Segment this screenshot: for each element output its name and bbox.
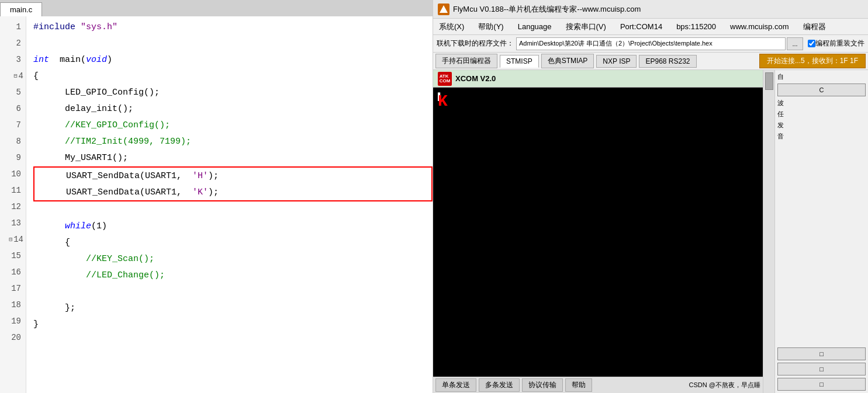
flymcu-icon xyxy=(438,4,449,15)
line-num-18: 18 xyxy=(0,297,26,313)
code-line-13: while (1) xyxy=(33,218,433,234)
bottom-tab-multi[interactable]: 多条发送 xyxy=(479,378,520,392)
line-num-17: 17 xyxy=(0,280,26,297)
ftab-stmiap[interactable]: 色典STMIAP xyxy=(541,54,594,68)
svg-marker-0 xyxy=(440,5,448,13)
menu-system[interactable]: 系统(X) xyxy=(435,20,468,33)
xcom-right-btn-1[interactable]: C xyxy=(777,84,866,96)
ftab-nxpisp[interactable]: NXP ISP xyxy=(596,55,637,68)
checkbox-reload-text: 编程前重装文件 xyxy=(815,39,864,48)
scrollbar-thumb[interactable] xyxy=(765,72,773,90)
keyword-int: int xyxy=(33,55,49,65)
line-num-9: 9 xyxy=(0,149,26,166)
editor-tab-bar: main.c xyxy=(0,0,433,16)
xcom-titlebar: ATKCOM XCOM V2.0 xyxy=(433,70,763,88)
code-content-area: 1 2 3 ⊟4 5 6 7 8 9 10 11 12 13 ⊟14 15 16… xyxy=(0,16,433,393)
xcom-right-label-3: 任 xyxy=(777,110,866,119)
xcom-right-btn-c2[interactable]: □ xyxy=(777,363,866,375)
line-numbers: 1 2 3 ⊟4 5 6 7 8 9 10 11 12 13 ⊟14 15 16… xyxy=(0,16,26,393)
terminal-area[interactable]: ▌ K xyxy=(433,88,763,377)
line-num-12: 12 xyxy=(0,199,26,215)
code-line-5: LED_GPIO_Config(); xyxy=(33,84,433,100)
code-line-2 xyxy=(33,35,433,51)
checkbox-reload[interactable] xyxy=(808,40,815,47)
code-line-14: { xyxy=(33,234,433,251)
xcom-main-area: ATKCOM XCOM V2.0 ▌ K 单条发送 多条发送 协议传输 帮助 C… xyxy=(433,70,763,393)
code-line-11: USART_SendData(USART1, 'K'); xyxy=(34,184,431,200)
bottom-tab-help[interactable]: 帮助 xyxy=(565,378,592,392)
xcom-logo: ATKCOM xyxy=(438,72,452,86)
menu-help[interactable]: 帮助(Y) xyxy=(475,20,507,33)
flymcu-tabs-row[interactable]: 手持石田编程器 STMISP 色典STMIAP NXP ISP EP968 RS… xyxy=(433,53,868,70)
filepath-label: 联机下载时的程序文件： xyxy=(437,39,514,48)
line-num-4: ⊟4 xyxy=(0,68,26,84)
line-num-7: 7 xyxy=(0,117,26,133)
line-num-13: 13 xyxy=(0,215,26,231)
menu-website: www.mcuisp.com xyxy=(727,21,792,32)
line-num-5: 5 xyxy=(0,84,26,100)
code-line-1: #include "sys.h" xyxy=(33,19,433,35)
xcom-bottom-tabs[interactable]: 单条发送 多条发送 协议传输 帮助 CSDN @不熬夜，早点睡 xyxy=(433,377,763,393)
ftab-ep968[interactable]: EP968 RS232 xyxy=(639,55,696,68)
ftab-handheld[interactable]: 手持石田编程器 xyxy=(435,54,497,68)
editor-tab-main-c[interactable]: main.c xyxy=(0,2,42,16)
status-text: CSDN @不熬夜，早点睡 xyxy=(689,381,760,389)
flymcu-menubar[interactable]: 系统(X) 帮助(Y) Language 搜索串口(V) Port:COM14 … xyxy=(433,19,868,35)
code-line-6: delay_init(); xyxy=(33,100,433,117)
code-line-18: }; xyxy=(33,300,433,316)
line-num-20: 20 xyxy=(0,329,26,346)
line-num-10: 10 xyxy=(0,166,26,182)
xcom-right-panel: 自 C 波 任 发 音 □ □ □ xyxy=(774,70,868,393)
code-line-20 xyxy=(33,332,433,349)
menu-bps[interactable]: bps:115200 xyxy=(673,21,720,32)
code-line-16: //LED_Change(); xyxy=(33,267,433,283)
code-line-19: } xyxy=(33,316,433,332)
code-line-15: //KEY_Scan(); xyxy=(33,251,433,267)
ftab-stmisp[interactable]: STMISP xyxy=(500,55,539,68)
xcom-right-label-1: 自 xyxy=(777,72,866,81)
line-num-2: 2 xyxy=(0,35,26,51)
line-num-15: 15 xyxy=(0,248,26,264)
code-line-10: USART_SendData(USART1, 'H'); xyxy=(34,168,431,184)
line-num-14: ⊟14 xyxy=(0,231,26,248)
code-line-7: //KEY_GPIO_Config(); xyxy=(33,117,433,133)
xcom-right-btn-c3[interactable]: □ xyxy=(777,378,866,391)
code-line-9: My_USART1(); xyxy=(33,149,433,166)
line-num-3: 3 xyxy=(0,51,26,68)
menu-port[interactable]: Port:COM14 xyxy=(617,21,666,32)
code-line-3: int main( void ) xyxy=(33,51,433,68)
menu-search-port[interactable]: 搜索串口(V) xyxy=(562,20,610,33)
checkbox-reload-label[interactable]: 编程前重装文件 xyxy=(808,39,864,48)
code-line-4: { xyxy=(33,68,433,84)
menu-language[interactable]: Language xyxy=(514,21,555,32)
line-num-16: 16 xyxy=(0,264,26,280)
start-connect-button[interactable]: 开始连接...5，接收到：1F 1F xyxy=(759,54,866,68)
filepath-row: 联机下载时的程序文件： ... 编程前重装文件 xyxy=(433,35,868,53)
line-num-11: 11 xyxy=(0,182,26,199)
xcom-title-text: XCOM V2.0 xyxy=(455,74,496,83)
terminal-output-k: K xyxy=(438,92,448,110)
code-line-12 xyxy=(33,201,433,218)
xcom-panel: ATKCOM XCOM V2.0 ▌ K 单条发送 多条发送 协议传输 帮助 C… xyxy=(433,70,868,393)
code-line-17 xyxy=(33,283,433,300)
bottom-tab-single[interactable]: 单条发送 xyxy=(435,378,476,392)
xcom-right-label-4: 发 xyxy=(777,121,866,130)
include-directive: #include "sys.h" xyxy=(33,22,117,32)
flymcu-titlebar: FlyMcu V0.188--单片机在线编程专家--www.mcuisp.com xyxy=(433,0,868,19)
highlighted-code-block: USART_SendData(USART1, 'H'); USART_SendD… xyxy=(33,166,433,201)
browse-button[interactable]: ... xyxy=(787,37,803,50)
xcom-right-label-2: 波 xyxy=(777,99,866,107)
line-num-6: 6 xyxy=(0,100,26,117)
bottom-tab-protocol[interactable]: 协议传输 xyxy=(522,378,563,392)
line-num-19: 19 xyxy=(0,313,26,329)
xcom-right-label-5: 音 xyxy=(777,132,866,141)
filepath-input[interactable] xyxy=(516,37,786,50)
code-line-8: //TIM2_Init(4999, 7199); xyxy=(33,133,433,149)
code-lines-area[interactable]: #include "sys.h" int main( void ) { LED_… xyxy=(26,16,433,393)
code-editor-panel: main.c 1 2 3 ⊟4 5 6 7 8 9 10 11 12 13 ⊟1… xyxy=(0,0,433,393)
flymcu-title: FlyMcu V0.188--单片机在线编程专家--www.mcuisp.com xyxy=(453,4,641,15)
xcom-scrollbar[interactable] xyxy=(763,70,774,393)
line-num-8: 8 xyxy=(0,133,26,149)
line-num-1: 1 xyxy=(0,19,26,35)
xcom-right-btn-c1[interactable]: □ xyxy=(777,347,866,360)
